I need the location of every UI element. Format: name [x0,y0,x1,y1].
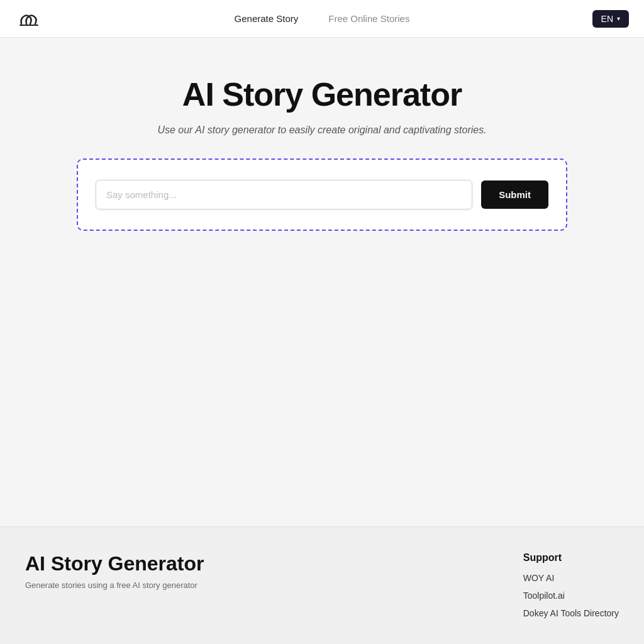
chevron-down-icon: ▾ [617,15,620,22]
logo-area [15,6,40,31]
footer-link-woy-ai[interactable]: WOY AI [523,572,619,584]
footer-support-heading: Support [523,552,619,564]
footer-brand: AI Story Generator Generate stories usin… [25,552,204,590]
site-footer: AI Story Generator Generate stories usin… [0,526,644,644]
page-subtitle: Use our AI story generator to easily cre… [157,125,486,136]
footer-support-links: WOY AI Toolpilot.ai Dokey AI Tools Direc… [523,572,619,619]
input-row: Submit [96,180,548,209]
nav-generate-story[interactable]: Generate Story [235,13,299,24]
language-label: EN [601,14,613,24]
main-nav: Generate Story Free Online Stories [235,13,410,24]
site-header: Generate Story Free Online Stories EN ▾ [0,0,644,38]
site-logo-icon [15,6,40,31]
main-content: AI Story Generator Use our AI story gene… [0,38,644,526]
story-input-card: Submit [77,158,567,231]
nav-free-online-stories[interactable]: Free Online Stories [328,13,409,24]
story-text-input[interactable] [96,180,472,209]
footer-brand-title: AI Story Generator [25,552,204,575]
footer-link-dokey[interactable]: Dokey AI Tools Directory [523,608,619,619]
page-title: AI Story Generator [182,75,462,113]
footer-link-toolpilot[interactable]: Toolpilot.ai [523,590,619,601]
language-selector-button[interactable]: EN ▾ [592,10,629,28]
footer-support-section: Support WOY AI Toolpilot.ai Dokey AI Too… [523,552,619,619]
submit-button[interactable]: Submit [481,180,548,209]
footer-brand-subtitle: Generate stories using a free AI story g… [25,580,204,590]
